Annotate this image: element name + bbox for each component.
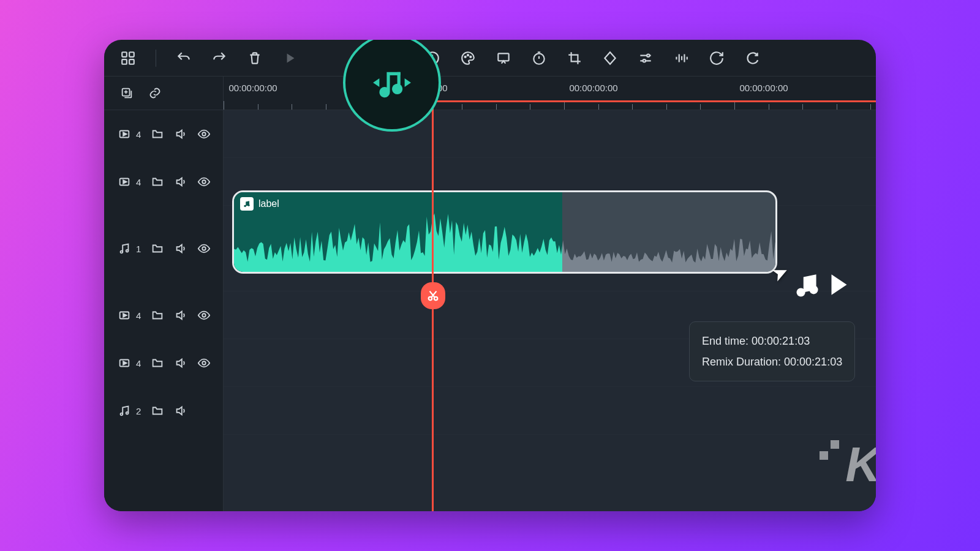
link-icon[interactable] (148, 86, 162, 100)
speaker-icon[interactable] (174, 242, 187, 255)
folder-icon[interactable] (151, 309, 164, 322)
keyframe-icon[interactable] (602, 50, 618, 66)
audio-clip[interactable]: label (232, 190, 777, 274)
svg-marker-30 (123, 361, 127, 365)
svg-rect-13 (398, 72, 401, 89)
music-track-icon (118, 242, 131, 255)
clip-label: label (258, 198, 279, 209)
svg-marker-18 (123, 132, 127, 136)
svg-point-28 (203, 313, 206, 317)
svg-point-25 (203, 247, 206, 250)
tooltip-remix-value: 00:00:21:03 (784, 356, 842, 368)
svg-point-6 (467, 54, 469, 56)
svg-point-37 (247, 204, 250, 207)
track-header[interactable]: 1 (104, 206, 223, 291)
divider (156, 50, 156, 67)
music-note-icon (240, 197, 254, 211)
svg-point-41 (809, 285, 818, 294)
tooltip-remix-label: Remix Duration: (702, 356, 781, 368)
speaker-icon[interactable] (174, 404, 187, 418)
track-header[interactable]: 2 (104, 387, 223, 435)
svg-point-10 (647, 54, 649, 56)
ruler-timecode: 00:00:00:00 (569, 83, 617, 93)
track-index: 4 (136, 358, 141, 369)
svg-point-36 (244, 205, 246, 208)
svg-point-33 (126, 412, 129, 414)
palette-icon[interactable] (460, 50, 476, 66)
svg-rect-1 (129, 52, 134, 57)
apps-icon[interactable] (120, 50, 136, 66)
crop-icon[interactable] (567, 50, 582, 66)
track-header-panel: 4 4 1 4 (104, 77, 224, 511)
speaker-icon[interactable] (174, 127, 187, 141)
sync-icon[interactable] (744, 50, 760, 66)
svg-point-7 (470, 56, 471, 57)
track-header[interactable]: 4 (104, 110, 223, 158)
toolbar (104, 40, 876, 77)
track-index: 4 (136, 177, 141, 187)
sliders-icon[interactable] (638, 50, 654, 66)
track-header[interactable]: 4 (104, 291, 223, 339)
svg-point-31 (203, 361, 206, 365)
video-editor-window: 4 4 1 4 (104, 40, 876, 511)
speaker-icon[interactable] (174, 309, 187, 322)
svg-point-40 (797, 288, 805, 296)
svg-point-5 (465, 56, 466, 57)
eye-icon[interactable] (197, 309, 211, 322)
tooltip-end-time-label: End time: (702, 335, 748, 347)
refresh-icon[interactable] (709, 50, 725, 66)
eye-icon[interactable] (197, 356, 211, 370)
svg-marker-21 (123, 180, 127, 184)
speaker-icon[interactable] (174, 175, 187, 189)
speaker-icon[interactable] (174, 356, 187, 370)
svg-point-22 (203, 180, 206, 184)
video-track-icon (118, 175, 131, 189)
folder-icon[interactable] (151, 175, 164, 189)
play-triangle-icon (824, 269, 854, 300)
track-lane[interactable] (224, 387, 876, 435)
timeline-ruler[interactable]: 00:00:00:00 00:00:00:00 00:00:00:00 00:0… (224, 77, 876, 110)
svg-marker-27 (123, 313, 127, 317)
play-icon[interactable] (282, 50, 298, 66)
track-index: 2 (136, 406, 141, 416)
track-index: 1 (136, 244, 141, 254)
folder-icon[interactable] (151, 242, 164, 255)
music-note-icon (792, 269, 823, 300)
timeline-area[interactable]: 00:00:00:00 00:00:00:00 00:00:00:00 00:0… (224, 77, 876, 511)
folder-icon[interactable] (151, 127, 164, 141)
add-track-icon[interactable] (120, 86, 134, 100)
audio-bars-icon[interactable] (673, 50, 689, 66)
svg-point-12 (392, 84, 402, 94)
video-track-icon (118, 127, 131, 141)
ruler-ticks (224, 101, 876, 110)
folder-icon[interactable] (151, 404, 164, 418)
svg-rect-0 (122, 52, 127, 57)
redo-icon[interactable] (211, 50, 227, 66)
timer-icon[interactable] (531, 50, 547, 66)
track-header[interactable]: 4 (104, 339, 223, 387)
waveform-icon (234, 211, 777, 272)
track-lanes (224, 110, 876, 511)
svg-point-34 (429, 297, 432, 301)
svg-point-32 (121, 413, 123, 416)
eye-icon[interactable] (197, 242, 211, 255)
video-track-icon (118, 356, 131, 370)
eye-icon[interactable] (197, 175, 211, 189)
folder-icon[interactable] (151, 356, 164, 370)
video-track-icon (118, 309, 131, 322)
svg-marker-15 (405, 78, 411, 87)
undo-icon[interactable] (176, 50, 192, 66)
clip-info-tooltip: End time: 00:00:21:03 Remix Duration: 00… (689, 321, 855, 381)
drag-cursor-glyph: ➤ (772, 245, 854, 300)
svg-rect-2 (122, 59, 127, 64)
presentation-icon[interactable] (496, 50, 511, 66)
track-index: 4 (136, 310, 141, 321)
ruler-timecode: 00:00:00:00 (228, 83, 277, 93)
trash-icon[interactable] (247, 50, 263, 66)
eye-icon[interactable] (197, 127, 211, 141)
track-header[interactable]: 4 (104, 158, 223, 206)
svg-point-19 (203, 132, 206, 136)
track-lane[interactable] (224, 110, 876, 158)
cut-at-playhead-button[interactable] (421, 282, 445, 309)
music-track-icon (118, 404, 131, 418)
